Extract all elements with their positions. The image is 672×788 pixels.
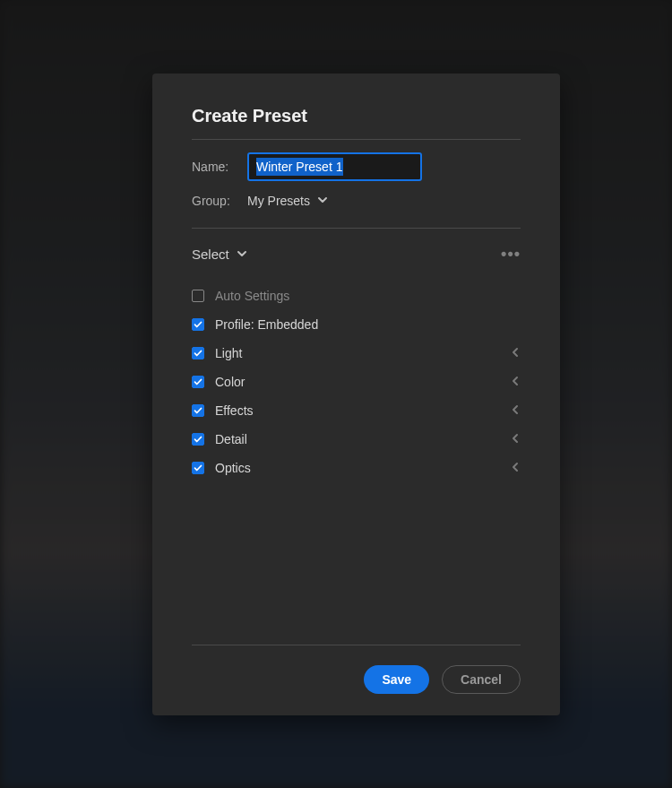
checkbox-color[interactable] <box>192 376 204 388</box>
cancel-button[interactable]: Cancel <box>442 665 521 694</box>
select-label: Select <box>192 247 229 262</box>
save-button[interactable]: Save <box>364 665 429 694</box>
chevron-left-icon[interactable] <box>510 460 521 476</box>
option-label: Light <box>215 346 499 360</box>
checkbox-profile[interactable] <box>192 318 204 331</box>
option-label: Auto Settings <box>215 289 521 303</box>
dialog-footer: Save Cancel <box>192 665 521 694</box>
divider <box>192 139 521 140</box>
option-label: Optics <box>215 461 499 475</box>
checkbox-optics[interactable] <box>192 462 204 474</box>
option-color: Color <box>192 368 521 396</box>
name-input[interactable] <box>247 152 422 181</box>
name-label: Name: <box>192 160 247 174</box>
checkbox-detail[interactable] <box>192 433 204 446</box>
checkbox-effects[interactable] <box>192 404 204 417</box>
chevron-down-icon <box>237 247 247 262</box>
option-profile: Profile: Embedded <box>192 310 521 339</box>
option-label: Profile: Embedded <box>215 317 521 332</box>
option-label: Detail <box>215 432 499 446</box>
select-row: Select ••• <box>192 245 521 264</box>
option-light: Light <box>192 339 521 368</box>
chevron-left-icon[interactable] <box>510 345 521 361</box>
name-input-wrap: Winter Preset 1 <box>247 152 521 181</box>
name-row: Name: Winter Preset 1 <box>192 152 521 181</box>
select-dropdown[interactable]: Select <box>192 247 247 262</box>
chevron-left-icon[interactable] <box>510 374 521 390</box>
more-options-button[interactable]: ••• <box>501 245 521 264</box>
group-row: Group: My Presets <box>192 194 521 208</box>
option-label: Effects <box>215 403 499 418</box>
divider <box>192 228 521 229</box>
option-optics: Optics <box>192 454 521 482</box>
option-label: Color <box>215 375 499 389</box>
dialog-title: Create Preset <box>192 106 521 126</box>
chevron-left-icon[interactable] <box>510 431 521 447</box>
checkbox-light[interactable] <box>192 347 204 359</box>
options-list: Auto SettingsProfile: EmbeddedLightColor… <box>192 281 521 645</box>
checkbox-auto[interactable] <box>192 290 204 302</box>
group-label: Group: <box>192 194 247 208</box>
option-detail: Detail <box>192 425 521 454</box>
divider <box>192 645 521 645</box>
group-dropdown[interactable]: My Presets <box>247 194 328 208</box>
group-value: My Presets <box>247 194 310 208</box>
chevron-down-icon <box>317 194 328 208</box>
chevron-left-icon[interactable] <box>510 403 521 419</box>
option-effects: Effects <box>192 396 521 425</box>
create-preset-dialog: Create Preset Name: Winter Preset 1 Grou… <box>152 74 560 715</box>
option-auto: Auto Settings <box>192 281 521 310</box>
